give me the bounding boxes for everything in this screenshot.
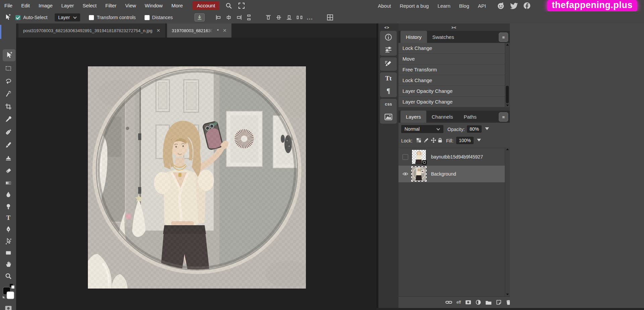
brush-settings-icon[interactable]: [384, 60, 392, 68]
collapse-strip-control[interactable]: <>: [384, 25, 389, 29]
tool-rect-select-button[interactable]: [2, 62, 15, 74]
canvas-document[interactable]: [88, 66, 306, 289]
link-report-a-bug[interactable]: Report a bug: [400, 3, 429, 9]
tool-hand-button[interactable]: [2, 258, 15, 270]
adjustment-layer-icon[interactable]: [476, 300, 481, 305]
facebook-icon[interactable]: [523, 2, 531, 10]
fill-value[interactable]: 100%: [456, 137, 474, 144]
new-group-icon[interactable]: [485, 300, 492, 305]
link-blog[interactable]: Blog: [459, 3, 469, 9]
layer-thumbnail[interactable]: [412, 149, 426, 164]
menu-filter[interactable]: Filter: [101, 0, 121, 11]
menu-layer[interactable]: Layer: [57, 0, 78, 11]
close-tab-2-icon[interactable]: ✕: [223, 28, 227, 33]
menu-edit[interactable]: Edit: [17, 0, 34, 11]
tool-type-button[interactable]: T: [2, 212, 15, 224]
menu-view[interactable]: View: [121, 0, 140, 11]
auto-select-option[interactable]: Auto-Select: [15, 15, 47, 20]
tool-zoom-button[interactable]: [2, 270, 15, 282]
layer-thumbnail[interactable]: [412, 167, 426, 181]
twitter-icon[interactable]: [509, 2, 518, 10]
paragraph-panel-icon[interactable]: ¶: [387, 87, 390, 95]
more-align-options[interactable]: ...: [307, 15, 313, 20]
auto-select-target-dropdown[interactable]: Layer: [55, 13, 80, 21]
quick-mask-button[interactable]: [2, 302, 15, 310]
scroll-down-arrow[interactable]: [506, 105, 509, 106]
properties-icon[interactable]: [385, 46, 392, 53]
history-scrollbar[interactable]: [505, 43, 509, 107]
lock-pixels-icon[interactable]: [424, 138, 429, 143]
tool-blur-button[interactable]: [2, 188, 15, 200]
align-top-icon[interactable]: [265, 14, 271, 20]
layer-row-baynutbb[interactable]: baynutbb15d94b9f45927: [398, 148, 505, 165]
distances-checkbox[interactable]: [145, 15, 150, 20]
transform-controls-option[interactable]: Transform controls: [89, 15, 136, 20]
add-mask-icon[interactable]: [465, 300, 471, 305]
tab-channels[interactable]: Channels: [426, 111, 458, 123]
layers-panel-menu-button[interactable]: ≡: [499, 112, 508, 122]
site-logo[interactable]: thefappening.plus: [547, 0, 637, 12]
layer-name[interactable]: baynutbb15d94b9f45927: [431, 154, 483, 160]
tool-gradient-button[interactable]: [2, 177, 15, 189]
link-api[interactable]: API: [478, 3, 486, 9]
info-icon[interactable]: [385, 34, 392, 41]
align-bottom-icon[interactable]: [286, 14, 292, 20]
menu-file[interactable]: File: [0, 0, 17, 11]
scroll-up-arrow[interactable]: [506, 44, 509, 46]
tab-history[interactable]: History: [400, 31, 427, 43]
tool-eraser-button[interactable]: [2, 164, 15, 176]
tool-eyedropper-button[interactable]: [2, 113, 15, 125]
tool-move-button[interactable]: [3, 49, 15, 61]
document-tab-2[interactable]: 319708003_6821630 * ✕: [167, 23, 231, 38]
menu-image[interactable]: Image: [34, 0, 57, 11]
tool-crop-button[interactable]: [2, 101, 15, 113]
opacity-slider-arrow[interactable]: [485, 127, 489, 130]
search-icon[interactable]: [225, 2, 232, 9]
css-panel-icon[interactable]: css: [385, 102, 392, 107]
tool-shape-button[interactable]: [2, 247, 15, 259]
layer-effects-button[interactable]: eff: [457, 300, 461, 305]
layer-name[interactable]: Background: [431, 171, 456, 177]
history-entry[interactable]: Layer Opacity Change: [398, 86, 505, 97]
transform-controls-checkbox[interactable]: [89, 15, 94, 20]
distribute-vertical-icon[interactable]: [247, 14, 251, 20]
link-about[interactable]: About: [378, 3, 391, 9]
lock-transparency-icon[interactable]: [416, 138, 421, 143]
download-button[interactable]: [195, 13, 205, 21]
history-entry[interactable]: Move: [398, 54, 505, 64]
align-vcenter-icon[interactable]: [276, 14, 282, 20]
layer-visibility-toggle[interactable]: [402, 154, 408, 160]
align-right-icon[interactable]: [236, 14, 242, 20]
distances-option[interactable]: Distances: [145, 15, 173, 20]
align-hcenter-icon[interactable]: [226, 14, 232, 20]
character-panel-icon[interactable]: Tt: [385, 75, 392, 82]
tool-magic-wand-button[interactable]: [2, 88, 15, 100]
color-swatches[interactable]: [2, 282, 15, 301]
blend-mode-select[interactable]: Normal: [401, 125, 443, 133]
document-tab-1[interactable]: post319708003_682163063492891_3919418187…: [18, 23, 165, 38]
history-entry[interactable]: Lock Change: [398, 43, 505, 54]
tool-heal-button[interactable]: [2, 126, 15, 138]
new-layer-icon[interactable]: [496, 300, 501, 305]
tool-pen-button[interactable]: [2, 223, 15, 235]
scroll-down-arrow[interactable]: [506, 294, 509, 295]
arrange-windows-icon[interactable]: [327, 14, 333, 21]
layers-scrollbar[interactable]: [505, 147, 509, 296]
close-tab-1-icon[interactable]: ✕: [156, 28, 160, 33]
reddit-icon[interactable]: [497, 2, 505, 10]
lock-all-icon[interactable]: [438, 138, 442, 143]
link-learn[interactable]: Learn: [437, 3, 450, 9]
collapse-panel-control[interactable]: ><: [451, 25, 457, 29]
tool-path-select-button[interactable]: [2, 235, 15, 247]
tab-swatches[interactable]: Swatches: [427, 31, 460, 43]
account-button[interactable]: Account: [193, 1, 219, 10]
image-panel-icon[interactable]: [384, 114, 392, 120]
tab-paths[interactable]: Paths: [458, 111, 482, 123]
scroll-up-arrow[interactable]: [506, 148, 509, 150]
menu-window[interactable]: Window: [141, 0, 167, 11]
opacity-value[interactable]: 80%: [467, 125, 482, 133]
auto-select-checkbox[interactable]: [15, 15, 20, 20]
fill-slider-arrow[interactable]: [477, 139, 481, 141]
layer-row-background[interactable]: Background: [398, 166, 505, 182]
history-panel-menu-button[interactable]: ≡: [499, 33, 508, 42]
